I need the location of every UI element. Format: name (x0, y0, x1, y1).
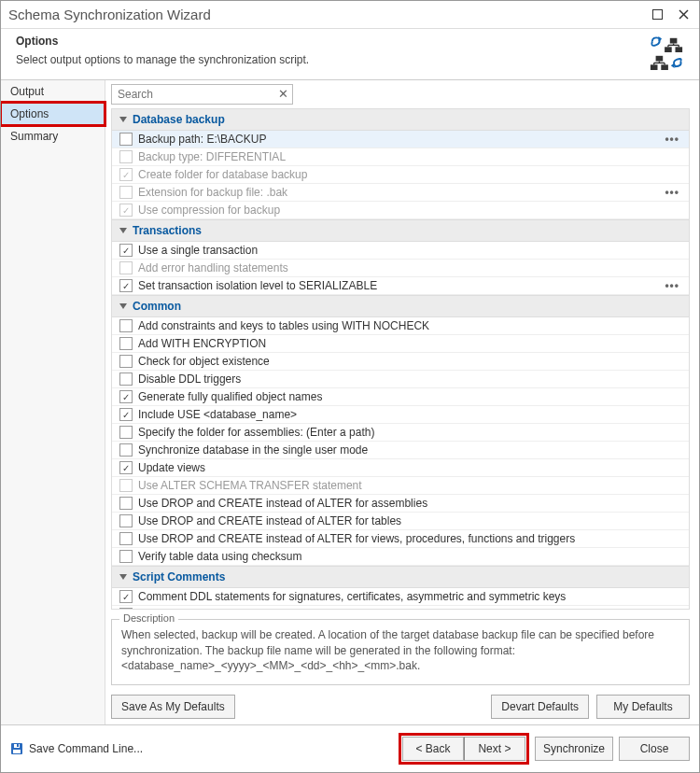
svg-rect-11 (656, 56, 664, 62)
option-label: Update views (138, 461, 683, 474)
option-checkbox[interactable] (119, 372, 133, 386)
group-title: Transactions (133, 224, 202, 237)
description-text: When selected, backup will be created. A… (121, 627, 679, 673)
collapse-icon (119, 228, 127, 233)
option-row[interactable]: Backup path: E:\BACKUP••• (112, 131, 689, 148)
sidebar: Output Options Summary (1, 80, 105, 724)
option-checkbox[interactable] (119, 133, 133, 146)
synchronize-button[interactable]: Synchronize (535, 737, 613, 761)
svg-rect-13 (661, 64, 668, 70)
group-header[interactable]: Script Comments (112, 566, 689, 588)
option-row[interactable]: ✓Use compression for backup (112, 202, 689, 219)
option-row[interactable]: Disable DDL triggers (112, 371, 689, 388)
option-row[interactable]: Use DROP and CREATE instead of ALTER for… (112, 513, 689, 530)
svg-rect-12 (651, 64, 658, 70)
collapse-icon (119, 303, 127, 309)
option-row[interactable]: ✓Update views (112, 459, 689, 477)
option-row[interactable]: Add WITH ENCRYPTION (112, 335, 689, 353)
option-row[interactable]: ✓Create folder for database backup (112, 166, 689, 184)
option-row[interactable]: Use DROP and CREATE instead of ALTER for… (112, 530, 689, 548)
option-checkbox[interactable] (119, 550, 133, 563)
option-row[interactable]: Specify the folder for assemblies: (Ente… (112, 424, 689, 442)
option-checkbox[interactable]: ✓ (119, 590, 133, 603)
option-row[interactable]: Exclude comments (112, 606, 689, 610)
option-checkbox[interactable] (119, 497, 133, 510)
window-title: Schema Synchronization Wizard (8, 7, 639, 22)
option-row[interactable]: Check for object existence (112, 353, 689, 371)
next-button[interactable]: Next > (464, 737, 525, 761)
option-row[interactable]: Use DROP and CREATE instead of ALTER for… (112, 495, 689, 513)
option-row[interactable]: Add error handling statements (112, 260, 689, 277)
option-checkbox (119, 261, 133, 274)
option-label: Backup path: E:\BACKUP (138, 133, 661, 146)
option-label: Add error handling statements (138, 261, 683, 274)
option-row[interactable]: Backup type: DIFFERENTIAL (112, 148, 689, 166)
option-row[interactable]: ✓Include USE <database_name> (112, 406, 689, 424)
option-row[interactable]: Use ALTER SCHEMA TRANSFER statement (112, 477, 689, 495)
option-row[interactable]: Verify table data using checksum (112, 548, 689, 566)
save-as-my-defaults-button[interactable]: Save As My Defaults (111, 695, 235, 719)
option-label: Comment DDL statements for signatures, c… (138, 590, 683, 603)
option-label: Specify the folder for assemblies: (Ente… (138, 426, 683, 439)
option-checkbox[interactable] (119, 608, 133, 610)
save-command-line-label: Save Command Line... (29, 742, 143, 755)
my-defaults-button[interactable]: My Defaults (596, 695, 690, 719)
back-button[interactable]: < Back (402, 737, 464, 761)
option-row[interactable]: ✓Set transaction isolation level to SERI… (112, 277, 689, 295)
sidebar-item-options[interactable]: Options (1, 103, 105, 125)
option-checkbox[interactable]: ✓ (119, 244, 133, 257)
maximize-button[interactable] (649, 8, 665, 21)
option-checkbox[interactable]: ✓ (119, 461, 133, 474)
option-label: Use DROP and CREATE instead of ALTER for… (138, 514, 683, 527)
close-button[interactable]: Close (619, 737, 690, 761)
collapse-icon (119, 117, 127, 122)
group-header[interactable]: Transactions (112, 219, 689, 242)
option-label: Synchronize database in the single user … (138, 443, 683, 457)
option-checkbox[interactable]: ✓ (119, 390, 133, 403)
svg-rect-6 (676, 47, 683, 52)
option-label: Use a single transaction (138, 244, 683, 257)
group-header[interactable]: Database backup (112, 109, 689, 131)
sidebar-item-summary[interactable]: Summary (1, 125, 105, 148)
option-checkbox[interactable] (119, 426, 133, 439)
group-title: Common (133, 300, 181, 313)
option-label: Extension for backup file: .bak (138, 186, 661, 199)
option-checkbox[interactable] (119, 514, 133, 527)
option-label: Create folder for database backup (138, 168, 683, 181)
group-header[interactable]: Common (112, 295, 689, 317)
option-label: Use DROP and CREATE instead of ALTER for… (138, 497, 683, 510)
sync-schema-icon (649, 35, 684, 70)
option-checkbox[interactable] (119, 532, 133, 545)
option-label: Generate fully qualified object names (138, 390, 683, 403)
option-row[interactable]: ✓Comment DDL statements for signatures, … (112, 588, 689, 606)
option-checkbox[interactable]: ✓ (119, 279, 133, 292)
option-checkbox[interactable] (119, 443, 133, 457)
more-icon[interactable]: ••• (661, 186, 683, 199)
more-icon[interactable]: ••• (661, 133, 683, 146)
more-icon[interactable]: ••• (661, 279, 683, 292)
option-row[interactable]: Add constraints and keys to tables using… (112, 317, 689, 335)
clear-search-icon[interactable]: ✕ (275, 87, 290, 102)
option-checkbox[interactable] (119, 319, 133, 332)
option-checkbox (119, 150, 133, 163)
option-checkbox: ✓ (119, 168, 133, 181)
option-label: Use DROP and CREATE instead of ALTER for… (138, 532, 683, 545)
option-label: Check for object existence (138, 355, 683, 368)
footer: Save Command Line... < Back Next > Synch… (1, 724, 699, 772)
svg-rect-20 (13, 750, 21, 753)
close-window-button[interactable] (675, 8, 692, 21)
page-title: Options (16, 35, 639, 48)
option-checkbox[interactable] (119, 355, 133, 368)
option-row[interactable]: Synchronize database in the single user … (112, 442, 689, 459)
option-row[interactable]: Extension for backup file: .bak••• (112, 184, 689, 202)
option-row[interactable]: ✓Generate fully qualified object names (112, 388, 689, 406)
devart-defaults-button[interactable]: Devart Defaults (491, 695, 589, 719)
option-checkbox[interactable]: ✓ (119, 408, 133, 421)
search-input[interactable] (111, 84, 293, 105)
option-checkbox[interactable] (119, 337, 133, 350)
option-row[interactable]: ✓Use a single transaction (112, 242, 689, 260)
page-subtitle: Select output options to manage the sync… (16, 53, 639, 66)
sidebar-item-output[interactable]: Output (1, 80, 105, 103)
save-command-line-button[interactable]: Save Command Line... (10, 742, 143, 755)
option-label: Verify table data using checksum (138, 550, 683, 563)
